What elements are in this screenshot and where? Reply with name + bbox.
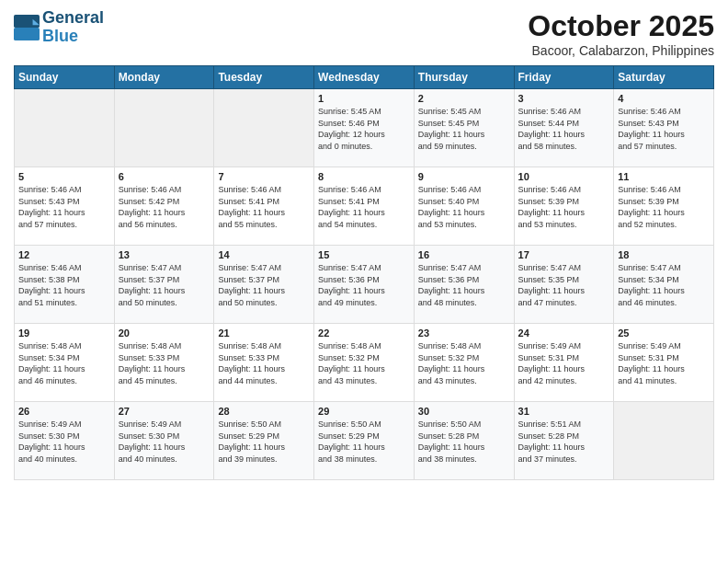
day-info: Sunrise: 5:46 AM Sunset: 5:43 PM Dayligh… [618,106,710,152]
weekday-header-monday: Monday [114,66,214,89]
day-info: Sunrise: 5:47 AM Sunset: 5:34 PM Dayligh… [618,262,710,308]
calendar-cell: 1Sunrise: 5:45 AM Sunset: 5:46 PM Daylig… [314,89,415,167]
day-info: Sunrise: 5:46 AM Sunset: 5:44 PM Dayligh… [518,106,610,152]
day-number: 5 [18,171,110,182]
day-info: Sunrise: 5:50 AM Sunset: 5:28 PM Dayligh… [418,419,510,465]
day-info: Sunrise: 5:50 AM Sunset: 5:29 PM Dayligh… [318,419,410,465]
day-info: Sunrise: 5:49 AM Sunset: 5:31 PM Dayligh… [618,340,710,386]
calendar-cell [114,89,214,167]
calendar-week-4: 19Sunrise: 5:48 AM Sunset: 5:34 PM Dayli… [15,324,714,402]
day-info: Sunrise: 5:46 AM Sunset: 5:41 PM Dayligh… [218,184,310,230]
calendar-cell: 15Sunrise: 5:47 AM Sunset: 5:36 PM Dayli… [314,246,415,324]
day-number: 15 [318,249,410,260]
calendar-cell: 8Sunrise: 5:46 AM Sunset: 5:41 PM Daylig… [314,167,415,246]
day-info: Sunrise: 5:51 AM Sunset: 5:28 PM Dayligh… [518,419,610,465]
calendar-week-1: 1Sunrise: 5:45 AM Sunset: 5:46 PM Daylig… [15,89,714,167]
weekday-header-thursday: Thursday [414,66,514,89]
weekday-header-tuesday: Tuesday [214,66,314,89]
month-title: October 2025 [528,9,714,43]
day-number: 1 [318,93,410,104]
day-info: Sunrise: 5:48 AM Sunset: 5:32 PM Dayligh… [318,340,410,386]
main-container: General Blue October 2025 Bacoor, Calaba… [0,0,728,489]
day-number: 20 [119,327,210,339]
day-number: 16 [418,249,510,260]
calendar-cell: 29Sunrise: 5:50 AM Sunset: 5:29 PM Dayli… [314,402,415,480]
day-info: Sunrise: 5:46 AM Sunset: 5:41 PM Dayligh… [318,184,410,230]
calendar-header: SundayMondayTuesdayWednesdayThursdayFrid… [15,66,714,89]
weekday-header-saturday: Saturday [614,66,714,89]
day-number: 12 [18,249,110,260]
day-number: 27 [119,406,210,417]
svg-rect-0 [14,15,40,28]
calendar-cell: 16Sunrise: 5:47 AM Sunset: 5:36 PM Dayli… [414,246,514,324]
day-number: 8 [318,171,410,182]
calendar-cell: 13Sunrise: 5:47 AM Sunset: 5:37 PM Dayli… [114,246,214,324]
day-info: Sunrise: 5:47 AM Sunset: 5:35 PM Dayligh… [518,262,610,308]
calendar-week-5: 26Sunrise: 5:49 AM Sunset: 5:30 PM Dayli… [15,402,714,480]
calendar-cell [15,89,115,167]
calendar-cell: 2Sunrise: 5:45 AM Sunset: 5:45 PM Daylig… [414,89,514,167]
calendar-cell: 19Sunrise: 5:48 AM Sunset: 5:34 PM Dayli… [15,324,115,402]
calendar-cell: 23Sunrise: 5:48 AM Sunset: 5:32 PM Dayli… [414,324,514,402]
day-number: 2 [418,93,510,104]
calendar-table: SundayMondayTuesdayWednesdayThursdayFrid… [14,65,714,480]
calendar-cell: 20Sunrise: 5:48 AM Sunset: 5:33 PM Dayli… [114,324,214,402]
day-number: 24 [518,327,610,339]
day-number: 25 [618,327,710,339]
day-number: 22 [318,327,410,339]
day-number: 18 [618,249,710,260]
day-number: 9 [418,171,510,182]
day-info: Sunrise: 5:47 AM Sunset: 5:36 PM Dayligh… [318,262,410,308]
calendar-week-2: 5Sunrise: 5:46 AM Sunset: 5:43 PM Daylig… [15,167,714,246]
calendar-cell: 7Sunrise: 5:46 AM Sunset: 5:41 PM Daylig… [214,167,314,246]
calendar-cell [214,89,314,167]
day-info: Sunrise: 5:46 AM Sunset: 5:39 PM Dayligh… [518,184,610,230]
calendar-cell: 4Sunrise: 5:46 AM Sunset: 5:43 PM Daylig… [614,89,714,167]
day-number: 10 [518,171,610,182]
logo-line2: Blue [42,28,104,46]
day-info: Sunrise: 5:46 AM Sunset: 5:39 PM Dayligh… [618,184,710,230]
calendar-cell: 27Sunrise: 5:49 AM Sunset: 5:30 PM Dayli… [114,402,214,480]
day-info: Sunrise: 5:46 AM Sunset: 5:43 PM Dayligh… [18,184,110,230]
header: General Blue October 2025 Bacoor, Calaba… [14,9,714,58]
calendar-body: 1Sunrise: 5:45 AM Sunset: 5:46 PM Daylig… [15,89,714,480]
day-number: 30 [418,406,510,417]
day-info: Sunrise: 5:48 AM Sunset: 5:33 PM Dayligh… [218,340,310,386]
day-info: Sunrise: 5:48 AM Sunset: 5:32 PM Dayligh… [418,340,510,386]
weekday-header-row: SundayMondayTuesdayWednesdayThursdayFrid… [15,66,714,89]
day-info: Sunrise: 5:48 AM Sunset: 5:34 PM Dayligh… [18,340,110,386]
logo-icon [14,15,40,40]
calendar-cell: 21Sunrise: 5:48 AM Sunset: 5:33 PM Dayli… [214,324,314,402]
day-info: Sunrise: 5:49 AM Sunset: 5:30 PM Dayligh… [119,419,210,465]
calendar-cell: 30Sunrise: 5:50 AM Sunset: 5:28 PM Dayli… [414,402,514,480]
day-info: Sunrise: 5:47 AM Sunset: 5:37 PM Dayligh… [119,262,210,308]
day-number: 14 [218,249,310,260]
calendar-cell: 14Sunrise: 5:47 AM Sunset: 5:37 PM Dayli… [214,246,314,324]
calendar-cell: 5Sunrise: 5:46 AM Sunset: 5:43 PM Daylig… [15,167,115,246]
day-info: Sunrise: 5:48 AM Sunset: 5:33 PM Dayligh… [119,340,210,386]
calendar-cell: 26Sunrise: 5:49 AM Sunset: 5:30 PM Dayli… [15,402,115,480]
day-number: 4 [618,93,710,104]
day-info: Sunrise: 5:46 AM Sunset: 5:40 PM Dayligh… [418,184,510,230]
day-number: 31 [518,406,610,417]
day-info: Sunrise: 5:47 AM Sunset: 5:37 PM Dayligh… [218,262,310,308]
day-number: 28 [218,406,310,417]
day-info: Sunrise: 5:50 AM Sunset: 5:29 PM Dayligh… [218,419,310,465]
calendar-cell: 25Sunrise: 5:49 AM Sunset: 5:31 PM Dayli… [614,324,714,402]
logo: General Blue [14,9,104,46]
calendar-cell: 22Sunrise: 5:48 AM Sunset: 5:32 PM Dayli… [314,324,415,402]
location-title: Bacoor, Calabarzon, Philippines [528,43,714,58]
day-number: 3 [518,93,610,104]
calendar-cell: 24Sunrise: 5:49 AM Sunset: 5:31 PM Dayli… [514,324,614,402]
day-info: Sunrise: 5:45 AM Sunset: 5:46 PM Dayligh… [318,106,410,152]
day-number: 23 [418,327,510,339]
day-number: 19 [18,327,110,339]
logo-text: General Blue [42,9,104,46]
day-info: Sunrise: 5:46 AM Sunset: 5:42 PM Dayligh… [119,184,210,230]
calendar-cell: 10Sunrise: 5:46 AM Sunset: 5:39 PM Dayli… [514,167,614,246]
weekday-header-friday: Friday [514,66,614,89]
day-number: 21 [218,327,310,339]
day-number: 11 [618,171,710,182]
day-info: Sunrise: 5:45 AM Sunset: 5:45 PM Dayligh… [418,106,510,152]
calendar-cell: 17Sunrise: 5:47 AM Sunset: 5:35 PM Dayli… [514,246,614,324]
